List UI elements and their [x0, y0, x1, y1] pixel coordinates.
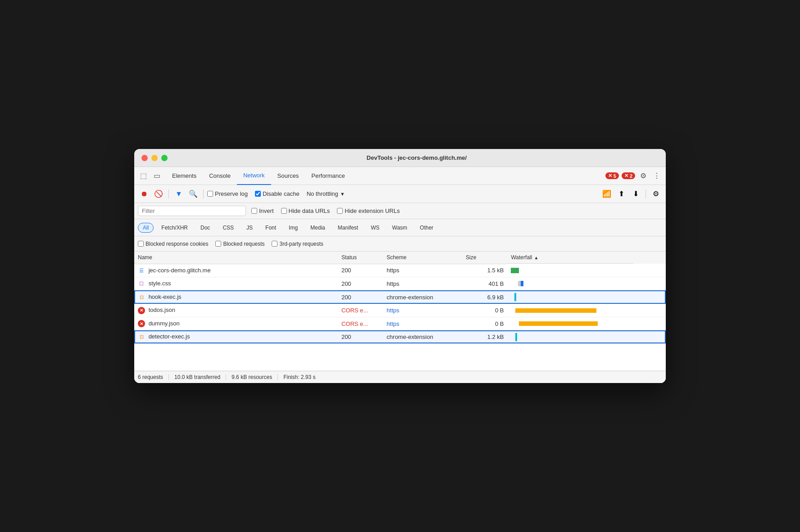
network-settings-icon[interactable]: ⚙	[650, 188, 662, 200]
row-scheme: https	[383, 277, 462, 291]
type-btn-doc[interactable]: Doc	[195, 223, 215, 233]
row-waterfall	[507, 264, 666, 277]
blocked-response-cookies-checkbox[interactable]	[138, 241, 144, 247]
type-btn-manifest[interactable]: Manifest	[333, 223, 363, 233]
blocked-requests-checkbox[interactable]	[215, 241, 221, 247]
table-row-empty	[134, 343, 666, 370]
transferred-size: 10.0 kB transferred	[169, 374, 226, 380]
tab-sources[interactable]: Sources	[271, 167, 305, 185]
table-header-row: Name Status Scheme Size Waterfall ▲	[134, 252, 666, 264]
device-icon[interactable]: ▭	[151, 171, 162, 181]
separator-3	[645, 189, 646, 198]
tab-performance[interactable]: Performance	[305, 167, 351, 185]
blocked-requests-label[interactable]: Blocked requests	[215, 241, 264, 247]
row-name: ☰ jec-cors-demo.glitch.me	[134, 264, 338, 277]
filter-button[interactable]: ▼	[173, 188, 185, 200]
wifi-icon[interactable]: 📶	[600, 188, 613, 200]
hide-data-urls-checkbox[interactable]	[281, 208, 287, 214]
row-scheme: https	[383, 264, 462, 277]
sort-arrow-icon: ▲	[534, 255, 538, 260]
th-status[interactable]: Status	[338, 252, 383, 264]
separator-1	[168, 189, 169, 198]
maximize-button[interactable]	[161, 155, 168, 161]
inspect-icon[interactable]: ⬚	[138, 171, 149, 181]
search-button[interactable]: 🔍	[187, 188, 200, 200]
table-row[interactable]: ☐ style.css 200 https 401 B	[134, 277, 666, 291]
window-title: DevTools - jec-cors-demo.glitch.me/	[175, 154, 659, 161]
type-btn-media[interactable]: Media	[305, 223, 330, 233]
row-name: ☐ style.css	[134, 277, 338, 291]
type-btn-other[interactable]: Other	[415, 223, 438, 233]
type-btn-img[interactable]: Img	[284, 223, 303, 233]
row-status: 200	[338, 290, 383, 304]
tab-network[interactable]: Network	[237, 167, 271, 185]
type-btn-all[interactable]: All	[138, 223, 154, 233]
hide-extension-urls-checkbox[interactable]	[337, 208, 343, 214]
status-bar: 6 requests 10.0 kB transferred 9.6 kB re…	[134, 371, 666, 383]
requests-count: 6 requests	[138, 374, 169, 380]
error-badge-1[interactable]: ✕ 5	[605, 172, 619, 179]
type-btn-js[interactable]: JS	[241, 223, 258, 233]
th-waterfall[interactable]: Waterfall ▲	[507, 252, 633, 264]
disable-cache-checkbox[interactable]	[255, 191, 261, 197]
clear-button[interactable]: 🚫	[152, 188, 165, 200]
filter-row: Invert Hide data URLs Hide extension URL…	[134, 203, 666, 219]
filter-input[interactable]	[138, 206, 246, 216]
close-button[interactable]	[141, 155, 148, 161]
throttle-group: No throttling ▼	[307, 190, 345, 197]
preserve-log-checkbox[interactable]	[207, 191, 213, 197]
hide-data-urls-label[interactable]: Hide data URLs	[281, 207, 330, 214]
row-status: 200	[338, 277, 383, 291]
devtools-window: DevTools - jec-cors-demo.glitch.me/ ⬚ ▭ …	[134, 149, 666, 383]
row-size: 1.5 kB	[462, 264, 507, 277]
row-scheme: chrome-extension	[383, 290, 462, 304]
th-name[interactable]: Name	[134, 252, 338, 264]
type-btn-font[interactable]: Font	[260, 223, 281, 233]
blocked-response-cookies-label[interactable]: Blocked response cookies	[138, 241, 208, 247]
table-row[interactable]: ✕ todos.json CORS e... https 0 B	[134, 304, 666, 317]
row-waterfall	[507, 277, 666, 291]
row-size: 401 B	[462, 277, 507, 291]
record-button[interactable]: ⏺	[138, 188, 150, 200]
disable-cache-label[interactable]: Disable cache	[255, 190, 300, 197]
error-badge-icon: ✕	[138, 320, 145, 327]
type-btn-ws[interactable]: WS	[366, 223, 384, 233]
upload-icon[interactable]: ⬆	[615, 188, 627, 200]
invert-checkbox[interactable]	[251, 208, 257, 214]
more-options-icon[interactable]: ⋮	[651, 171, 662, 181]
blocked-row: Blocked response cookies Blocked request…	[134, 236, 666, 252]
row-size: 0 B	[462, 317, 507, 330]
invert-check-label[interactable]: Invert	[251, 207, 274, 214]
hide-extension-urls-label[interactable]: Hide extension URLs	[337, 207, 400, 214]
tab-console[interactable]: Console	[203, 167, 237, 185]
th-size[interactable]: Size	[462, 252, 507, 264]
third-party-requests-checkbox[interactable]	[272, 241, 277, 247]
throttle-dropdown-icon[interactable]: ▼	[340, 191, 345, 197]
table-row[interactable]: ⊡ hook-exec.js 200 chrome-extension 6.9 …	[134, 290, 666, 304]
row-waterfall	[507, 317, 666, 330]
table-row[interactable]: ✕ dummy.json CORS e... https 0 B	[134, 317, 666, 330]
download-icon[interactable]: ⬇	[629, 188, 642, 200]
row-scheme: https	[383, 304, 462, 317]
type-btn-css[interactable]: CSS	[218, 223, 239, 233]
type-btn-wasm[interactable]: Wasm	[387, 223, 413, 233]
type-btn-fetch-xhr[interactable]: Fetch/XHR	[156, 223, 193, 233]
minimize-button[interactable]	[151, 155, 158, 161]
third-party-requests-label[interactable]: 3rd-party requests	[272, 241, 323, 247]
tab-elements[interactable]: Elements	[166, 167, 203, 185]
table-row[interactable]: ⊡ detector-exec.js 200 chrome-extension …	[134, 330, 666, 344]
error-badge-2[interactable]: ✕ 2	[622, 172, 635, 179]
settings-icon[interactable]: ⚙	[638, 171, 649, 181]
tabs-icons: ⬚ ▭	[138, 171, 162, 181]
row-waterfall	[507, 304, 666, 317]
js-icon: ⊡	[138, 334, 145, 341]
resources-size: 9.6 kB resources	[226, 374, 278, 380]
table-row[interactable]: ☰ jec-cors-demo.glitch.me 200 https 1.5 …	[134, 264, 666, 277]
row-scheme: chrome-extension	[383, 330, 462, 344]
row-status: CORS e...	[338, 317, 383, 330]
devtools-body: ⬚ ▭ Elements Console Network Sources Per…	[134, 167, 666, 383]
finish-time: Finish: 2.93 s	[278, 374, 321, 380]
th-scheme[interactable]: Scheme	[383, 252, 462, 264]
preserve-log-label[interactable]: Preserve log	[207, 190, 248, 197]
tabs-row: ⬚ ▭ Elements Console Network Sources Per…	[134, 167, 666, 185]
